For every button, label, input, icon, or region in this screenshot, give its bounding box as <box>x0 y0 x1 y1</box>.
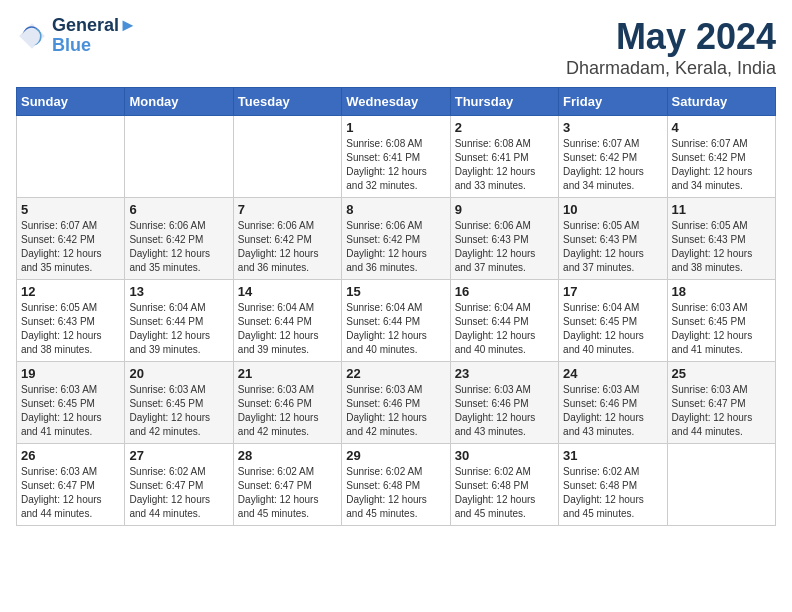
day-info: Sunrise: 6:06 AM Sunset: 6:42 PM Dayligh… <box>129 219 228 275</box>
calendar-cell: 26Sunrise: 6:03 AM Sunset: 6:47 PM Dayli… <box>17 444 125 526</box>
day-info: Sunrise: 6:08 AM Sunset: 6:41 PM Dayligh… <box>346 137 445 193</box>
day-info: Sunrise: 6:03 AM Sunset: 6:46 PM Dayligh… <box>238 383 337 439</box>
day-number: 9 <box>455 202 554 217</box>
calendar-week-5: 26Sunrise: 6:03 AM Sunset: 6:47 PM Dayli… <box>17 444 776 526</box>
logo: General► Blue <box>16 16 137 56</box>
calendar-cell: 2Sunrise: 6:08 AM Sunset: 6:41 PM Daylig… <box>450 116 558 198</box>
calendar-cell: 25Sunrise: 6:03 AM Sunset: 6:47 PM Dayli… <box>667 362 775 444</box>
day-info: Sunrise: 6:02 AM Sunset: 6:48 PM Dayligh… <box>346 465 445 521</box>
calendar-cell: 7Sunrise: 6:06 AM Sunset: 6:42 PM Daylig… <box>233 198 341 280</box>
day-number: 5 <box>21 202 120 217</box>
calendar-cell: 17Sunrise: 6:04 AM Sunset: 6:45 PM Dayli… <box>559 280 667 362</box>
weekday-header-wednesday: Wednesday <box>342 88 450 116</box>
day-number: 11 <box>672 202 771 217</box>
calendar-cell: 19Sunrise: 6:03 AM Sunset: 6:45 PM Dayli… <box>17 362 125 444</box>
day-number: 31 <box>563 448 662 463</box>
day-number: 14 <box>238 284 337 299</box>
calendar-title: May 2024 <box>566 16 776 58</box>
calendar-cell: 1Sunrise: 6:08 AM Sunset: 6:41 PM Daylig… <box>342 116 450 198</box>
weekday-header-sunday: Sunday <box>17 88 125 116</box>
day-number: 29 <box>346 448 445 463</box>
calendar-cell: 21Sunrise: 6:03 AM Sunset: 6:46 PM Dayli… <box>233 362 341 444</box>
weekday-header-tuesday: Tuesday <box>233 88 341 116</box>
calendar-cell: 22Sunrise: 6:03 AM Sunset: 6:46 PM Dayli… <box>342 362 450 444</box>
weekday-header-row: SundayMondayTuesdayWednesdayThursdayFrid… <box>17 88 776 116</box>
day-info: Sunrise: 6:04 AM Sunset: 6:44 PM Dayligh… <box>455 301 554 357</box>
weekday-header-monday: Monday <box>125 88 233 116</box>
day-number: 3 <box>563 120 662 135</box>
calendar-cell: 23Sunrise: 6:03 AM Sunset: 6:46 PM Dayli… <box>450 362 558 444</box>
day-info: Sunrise: 6:03 AM Sunset: 6:47 PM Dayligh… <box>21 465 120 521</box>
day-info: Sunrise: 6:04 AM Sunset: 6:44 PM Dayligh… <box>238 301 337 357</box>
day-number: 26 <box>21 448 120 463</box>
calendar-cell: 16Sunrise: 6:04 AM Sunset: 6:44 PM Dayli… <box>450 280 558 362</box>
day-number: 6 <box>129 202 228 217</box>
calendar-week-1: 1Sunrise: 6:08 AM Sunset: 6:41 PM Daylig… <box>17 116 776 198</box>
calendar-cell: 12Sunrise: 6:05 AM Sunset: 6:43 PM Dayli… <box>17 280 125 362</box>
calendar-cell <box>233 116 341 198</box>
title-block: May 2024 Dharmadam, Kerala, India <box>566 16 776 79</box>
calendar-cell: 4Sunrise: 6:07 AM Sunset: 6:42 PM Daylig… <box>667 116 775 198</box>
weekday-header-friday: Friday <box>559 88 667 116</box>
day-info: Sunrise: 6:02 AM Sunset: 6:47 PM Dayligh… <box>129 465 228 521</box>
day-info: Sunrise: 6:03 AM Sunset: 6:46 PM Dayligh… <box>455 383 554 439</box>
day-number: 23 <box>455 366 554 381</box>
day-info: Sunrise: 6:06 AM Sunset: 6:42 PM Dayligh… <box>238 219 337 275</box>
calendar-cell: 31Sunrise: 6:02 AM Sunset: 6:48 PM Dayli… <box>559 444 667 526</box>
page-header: General► Blue May 2024 Dharmadam, Kerala… <box>16 16 776 79</box>
day-info: Sunrise: 6:04 AM Sunset: 6:45 PM Dayligh… <box>563 301 662 357</box>
calendar-cell: 11Sunrise: 6:05 AM Sunset: 6:43 PM Dayli… <box>667 198 775 280</box>
day-number: 1 <box>346 120 445 135</box>
calendar-cell: 30Sunrise: 6:02 AM Sunset: 6:48 PM Dayli… <box>450 444 558 526</box>
calendar-cell: 14Sunrise: 6:04 AM Sunset: 6:44 PM Dayli… <box>233 280 341 362</box>
day-number: 8 <box>346 202 445 217</box>
day-number: 24 <box>563 366 662 381</box>
day-number: 15 <box>346 284 445 299</box>
calendar-week-2: 5Sunrise: 6:07 AM Sunset: 6:42 PM Daylig… <box>17 198 776 280</box>
calendar-cell: 6Sunrise: 6:06 AM Sunset: 6:42 PM Daylig… <box>125 198 233 280</box>
day-info: Sunrise: 6:05 AM Sunset: 6:43 PM Dayligh… <box>672 219 771 275</box>
day-number: 25 <box>672 366 771 381</box>
calendar-week-3: 12Sunrise: 6:05 AM Sunset: 6:43 PM Dayli… <box>17 280 776 362</box>
day-info: Sunrise: 6:03 AM Sunset: 6:47 PM Dayligh… <box>672 383 771 439</box>
logo-icon <box>16 20 48 52</box>
day-info: Sunrise: 6:04 AM Sunset: 6:44 PM Dayligh… <box>129 301 228 357</box>
weekday-header-thursday: Thursday <box>450 88 558 116</box>
day-number: 16 <box>455 284 554 299</box>
day-info: Sunrise: 6:03 AM Sunset: 6:45 PM Dayligh… <box>129 383 228 439</box>
day-info: Sunrise: 6:07 AM Sunset: 6:42 PM Dayligh… <box>21 219 120 275</box>
day-number: 10 <box>563 202 662 217</box>
day-info: Sunrise: 6:07 AM Sunset: 6:42 PM Dayligh… <box>672 137 771 193</box>
day-number: 28 <box>238 448 337 463</box>
day-number: 19 <box>21 366 120 381</box>
calendar-cell: 27Sunrise: 6:02 AM Sunset: 6:47 PM Dayli… <box>125 444 233 526</box>
calendar-cell: 10Sunrise: 6:05 AM Sunset: 6:43 PM Dayli… <box>559 198 667 280</box>
day-number: 20 <box>129 366 228 381</box>
day-info: Sunrise: 6:08 AM Sunset: 6:41 PM Dayligh… <box>455 137 554 193</box>
day-info: Sunrise: 6:06 AM Sunset: 6:43 PM Dayligh… <box>455 219 554 275</box>
day-number: 17 <box>563 284 662 299</box>
calendar-cell <box>667 444 775 526</box>
day-number: 12 <box>21 284 120 299</box>
day-number: 18 <box>672 284 771 299</box>
calendar-cell: 9Sunrise: 6:06 AM Sunset: 6:43 PM Daylig… <box>450 198 558 280</box>
day-info: Sunrise: 6:02 AM Sunset: 6:48 PM Dayligh… <box>563 465 662 521</box>
day-number: 22 <box>346 366 445 381</box>
calendar-week-4: 19Sunrise: 6:03 AM Sunset: 6:45 PM Dayli… <box>17 362 776 444</box>
calendar-cell: 8Sunrise: 6:06 AM Sunset: 6:42 PM Daylig… <box>342 198 450 280</box>
day-number: 30 <box>455 448 554 463</box>
logo-text: General► Blue <box>52 16 137 56</box>
calendar-cell: 29Sunrise: 6:02 AM Sunset: 6:48 PM Dayli… <box>342 444 450 526</box>
calendar-cell: 24Sunrise: 6:03 AM Sunset: 6:46 PM Dayli… <box>559 362 667 444</box>
day-info: Sunrise: 6:03 AM Sunset: 6:45 PM Dayligh… <box>21 383 120 439</box>
day-number: 2 <box>455 120 554 135</box>
day-info: Sunrise: 6:03 AM Sunset: 6:45 PM Dayligh… <box>672 301 771 357</box>
day-number: 13 <box>129 284 228 299</box>
day-info: Sunrise: 6:03 AM Sunset: 6:46 PM Dayligh… <box>563 383 662 439</box>
day-info: Sunrise: 6:02 AM Sunset: 6:47 PM Dayligh… <box>238 465 337 521</box>
day-info: Sunrise: 6:04 AM Sunset: 6:44 PM Dayligh… <box>346 301 445 357</box>
day-number: 27 <box>129 448 228 463</box>
calendar-subtitle: Dharmadam, Kerala, India <box>566 58 776 79</box>
day-info: Sunrise: 6:06 AM Sunset: 6:42 PM Dayligh… <box>346 219 445 275</box>
calendar-cell: 15Sunrise: 6:04 AM Sunset: 6:44 PM Dayli… <box>342 280 450 362</box>
